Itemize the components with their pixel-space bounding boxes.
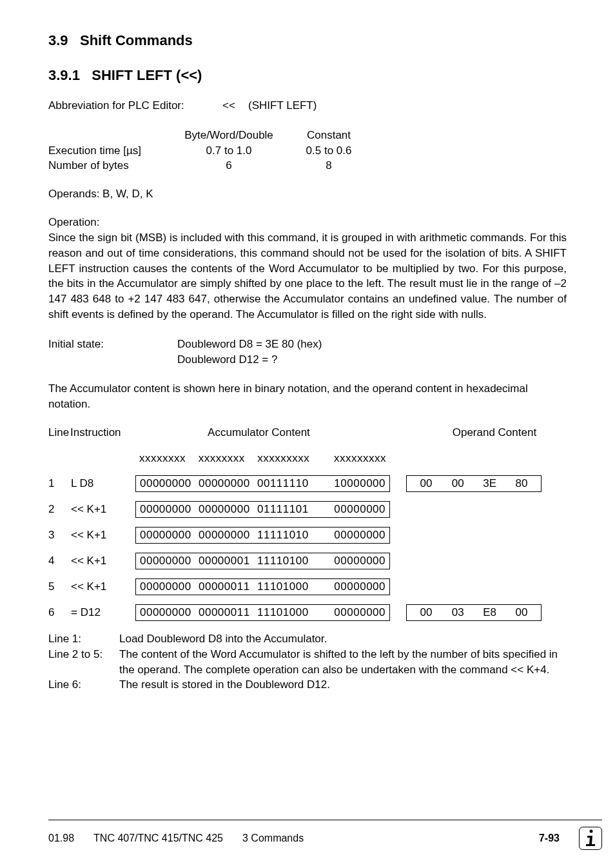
accumulator-byte: 01111101 [257, 503, 320, 516]
initial-state-block: Initial state: Doubleword D8 = 3E 80 (he… [48, 337, 567, 368]
operand-byte: 80 [509, 477, 534, 490]
trace-instruction: << K+1 [71, 529, 135, 542]
abbreviation-name: (SHIFT LEFT) [248, 98, 317, 113]
timing-cell: 6 [168, 158, 290, 173]
timing-row: Execution time [µs] 0.7 to 1.0 0.5 to 0.… [48, 143, 567, 159]
timing-cell: Execution time [µs] [48, 143, 168, 159]
subsection-heading: 3.9.1 SHIFT LEFT (<<) [48, 67, 567, 84]
accumulator-byte: 00000000 [199, 503, 255, 516]
initial-state-line: Doubleword D8 = 3E 80 (hex) [177, 337, 322, 352]
operand-byte: 00 [413, 477, 439, 490]
x-cell: xxxxxxxxx [323, 452, 386, 465]
timing-cell: 8 [290, 158, 367, 173]
explanation-text: The content of the Word Accumulator is s… [119, 647, 567, 678]
operation-label: Operation: [48, 215, 567, 230]
trace-line-number: 5 [48, 580, 71, 593]
trace-x-row: xxxxxxxx xxxxxxxx xxxxxxxxx xxxxxxxxx [48, 451, 567, 466]
operation-block: Operation: Since the sign bit (MSB) is i… [48, 215, 567, 322]
accumulator-note: The Accumulator content is shown here in… [48, 381, 567, 412]
timing-header-col3: Constant [290, 128, 367, 143]
section-heading: 3.9 Shift Commands [48, 32, 567, 49]
trace-instruction: = D12 [71, 606, 135, 619]
operand-box: 0003E800 [406, 604, 542, 621]
subsection-number: 3.9.1 [48, 67, 80, 83]
accumulator-byte: 00000000 [199, 529, 255, 542]
trace-line-number: 2 [48, 503, 71, 516]
accumulator-byte: 00000000 [322, 580, 386, 593]
trace-col-acc: Accumulator Content [133, 426, 385, 439]
accumulator-byte: 00000000 [140, 606, 197, 619]
page-footer: 01.98 TNC 407/TNC 415/TNC 425 3 Commands… [48, 820, 602, 850]
abbreviation-label: Abbreviation for PLC Editor: [48, 98, 222, 113]
timing-cell: Number of bytes [48, 158, 168, 173]
trace-row: 2<< K+100000000000000000111110100000000 [48, 501, 567, 518]
accumulator-byte: 11111010 [257, 529, 320, 542]
timing-table: Byte/Word/Double Constant Execution time… [48, 128, 567, 173]
trace-col-line: Line [48, 426, 70, 439]
timing-cell: 0.7 to 1.0 [168, 143, 290, 159]
trace-row: 4<< K+100000000000000011111010000000000 [48, 553, 567, 569]
trace-line-number: 4 [48, 555, 71, 567]
trace-row: 5<< K+100000000000000111110100000000000 [48, 578, 567, 595]
footer-date: 01.98 [48, 833, 74, 844]
abbreviation-row: Abbreviation for PLC Editor: << (SHIFT L… [48, 98, 567, 113]
footer-doc: TNC 407/TNC 415/TNC 425 [93, 833, 223, 844]
operand-byte: 00 [445, 477, 471, 490]
timing-cell: 0.5 to 0.6 [290, 143, 367, 159]
section-title: Shift Commands [80, 32, 193, 48]
explanation-text: Load Doubleword D8 into the Accumulator. [119, 631, 567, 647]
section-number: 3.9 [48, 32, 68, 48]
accumulator-byte: 00000000 [199, 477, 255, 490]
x-cell: xxxxxxxxx [257, 452, 320, 465]
initial-state-label: Initial state: [48, 337, 177, 352]
explanation-label: Line 1: [48, 631, 119, 647]
subsection-title: SHIFT LEFT (<<) [92, 67, 202, 83]
accumulator-byte: 00000000 [322, 606, 386, 619]
trace-table: Line Instruction Accumulator Content Ope… [48, 426, 567, 621]
operation-text: Since the sign bit (MSB) is included wit… [48, 230, 567, 322]
accumulator-box: 00000000000000111110100000000000 [135, 578, 390, 595]
accumulator-byte: 00000000 [140, 580, 197, 593]
operand-byte: 3E [477, 477, 503, 490]
trace-instruction: << K+1 [71, 555, 135, 567]
x-cell: xxxxxxxx [139, 452, 196, 465]
svg-point-0 [590, 830, 593, 833]
timing-row: Number of bytes 6 8 [48, 158, 567, 173]
accumulator-box: 00000000000000000011111010000000 [135, 475, 390, 492]
operand-byte: 03 [445, 606, 471, 619]
accumulator-byte: 00000011 [199, 606, 255, 619]
info-icon[interactable] [579, 827, 602, 850]
initial-state-line: Doubleword D12 = ? [177, 352, 277, 368]
trace-instruction: << K+1 [71, 580, 135, 593]
trace-row: 3<< K+100000000000000001111101000000000 [48, 527, 567, 544]
explanation-label: Line 6: [48, 677, 119, 693]
trace-instruction: << K+1 [71, 503, 135, 516]
explanation-text: The result is stored in the Doubleword D… [119, 677, 567, 693]
explanation-row: Line 1: Load Doubleword D8 into the Accu… [48, 631, 567, 647]
accumulator-box: 00000000000000111110100000000000 [135, 604, 390, 621]
abbreviation-symbol: << [222, 98, 248, 113]
trace-line-number: 6 [48, 606, 71, 619]
trace-line-number: 3 [48, 529, 71, 542]
trace-col-op: Operand Content [422, 426, 567, 439]
accumulator-byte: 00000001 [199, 555, 255, 567]
accumulator-byte: 11101000 [257, 580, 320, 593]
accumulator-byte: 00000000 [322, 503, 386, 516]
accumulator-byte: 00000000 [140, 503, 197, 516]
accumulator-byte: 00111110 [257, 477, 320, 490]
operand-byte: 00 [509, 606, 534, 619]
accumulator-box: 00000000000000000111110100000000 [135, 501, 390, 518]
operand-box: 00003E80 [406, 475, 542, 492]
trace-row: 1L D800000000000000000011111010000000000… [48, 475, 567, 492]
accumulator-byte: 00000000 [140, 529, 197, 542]
explanation-block: Line 1: Load Doubleword D8 into the Accu… [48, 631, 567, 693]
accumulator-byte: 00000000 [140, 555, 197, 567]
accumulator-byte: 10000000 [322, 477, 386, 490]
operand-byte: E8 [477, 606, 503, 619]
accumulator-byte: 00000000 [140, 477, 197, 490]
trace-col-instr: Instruction [70, 426, 133, 439]
explanation-label: Line 2 to 5: [48, 647, 119, 678]
x-cell: xxxxxxxx [199, 452, 255, 465]
operand-byte: 00 [413, 606, 439, 619]
accumulator-byte: 11110100 [257, 555, 320, 567]
